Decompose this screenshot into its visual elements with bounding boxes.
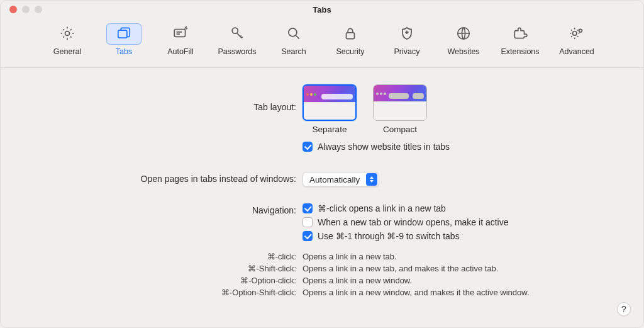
checkbox-make-active[interactable]: When a new tab or window opens, make it …: [303, 217, 618, 227]
tab-layout-compact-label: Compact: [383, 125, 417, 134]
autofill-icon: [172, 25, 189, 43]
zoom-window-button[interactable]: [35, 6, 42, 13]
checkbox-use-cmd-numbers[interactable]: Use ⌘-1 through ⌘-9 to switch tabs: [303, 231, 618, 241]
key-icon: [229, 25, 245, 43]
checkbox-label: Use ⌘-1 through ⌘-9 to switch tabs: [318, 231, 460, 241]
select-stepper-icon: [366, 173, 377, 186]
window-controls: [9, 6, 42, 13]
checkbox-icon: [303, 231, 313, 241]
tab-layout-separate[interactable]: [303, 84, 357, 121]
close-window-button[interactable]: [9, 6, 17, 13]
shortcut-hints: ⌘-click:Opens a link in a new tab. ⌘-Shi…: [26, 251, 618, 298]
svg-point-3: [232, 28, 238, 33]
toolbar-item-passwords[interactable]: Passwords: [213, 21, 261, 60]
toolbar-item-search[interactable]: Search: [270, 21, 318, 60]
toolbar-label: General: [53, 47, 81, 56]
toolbar-label: Passwords: [218, 47, 256, 56]
svg-rect-5: [347, 32, 355, 38]
help-icon: ?: [621, 304, 626, 314]
toolbar-item-autofill[interactable]: AutoFill: [157, 21, 204, 60]
preferences-toolbar: General Tabs AutoFill Passwords Search S…: [1, 18, 643, 68]
tabs-icon: [116, 25, 132, 43]
svg-point-0: [65, 31, 70, 35]
toolbar-item-security[interactable]: Security: [326, 21, 374, 60]
hint-desc: Opens a link in a new tab, and makes it …: [303, 263, 618, 275]
label-navigation: Navigation:: [26, 203, 303, 215]
tab-layout-compact[interactable]: [373, 84, 427, 121]
toolbar-label: Advanced: [559, 47, 594, 56]
hint-key: ⌘-click:: [26, 251, 303, 263]
toolbar-label: Websites: [447, 47, 479, 56]
gear-icon: [59, 25, 75, 43]
label-tab-layout: Tab layout:: [26, 84, 303, 112]
checkbox-icon: [303, 217, 313, 227]
toolbar-item-general[interactable]: General: [43, 21, 91, 60]
toolbar-label: Extensions: [501, 47, 539, 56]
toolbar-label: AutoFill: [167, 47, 194, 56]
checkbox-cmd-click[interactable]: ⌘-click opens a link in a new tab: [303, 203, 618, 213]
tab-layout-separate-label: Separate: [313, 125, 347, 134]
toolbar-label: Tabs: [116, 47, 132, 56]
extensions-icon: [512, 25, 528, 43]
svg-rect-2: [174, 29, 185, 37]
row-tab-layout: Tab layout: Separate Compact: [26, 84, 618, 156]
row-navigation: Navigation: ⌘-click opens a link in a ne…: [26, 203, 618, 245]
hint-key: ⌘-Option-click:: [26, 275, 303, 287]
label-open-pages: Open pages in tabs instead of windows:: [26, 172, 303, 184]
row-open-pages: Open pages in tabs instead of windows: A…: [26, 172, 618, 187]
search-icon: [286, 25, 302, 43]
content-area: Tab layout: Separate Compact: [1, 68, 643, 298]
privacy-icon: [399, 25, 415, 43]
svg-point-7: [573, 31, 577, 35]
hint-desc: Opens a link in a new window.: [303, 275, 618, 287]
checkbox-icon: [303, 142, 313, 152]
toolbar-item-privacy[interactable]: Privacy: [383, 21, 431, 60]
minimize-window-button[interactable]: [22, 6, 30, 13]
svg-rect-1: [118, 30, 127, 38]
titlebar: Tabs: [1, 1, 643, 18]
svg-point-8: [579, 29, 582, 32]
checkbox-label: ⌘-click opens a link in a new tab: [318, 203, 446, 213]
toolbar-item-websites[interactable]: Websites: [440, 21, 487, 60]
hint-key: ⌘-Shift-click:: [26, 263, 303, 275]
toolbar-item-extensions[interactable]: Extensions: [496, 21, 544, 60]
select-value: Automatically: [309, 175, 366, 184]
help-button[interactable]: ?: [617, 302, 631, 316]
toolbar-label: Search: [281, 47, 306, 56]
gears-icon: [569, 25, 585, 43]
open-pages-select[interactable]: Automatically: [303, 172, 379, 187]
svg-point-4: [289, 28, 297, 36]
checkbox-icon: [303, 203, 313, 213]
checkbox-always-show-titles[interactable]: Always show website titles in tabs: [303, 142, 618, 152]
globe-icon: [455, 25, 472, 43]
window-title: Tabs: [313, 5, 331, 14]
hint-desc: Opens a link in a new tab.: [303, 251, 618, 263]
lock-icon: [342, 25, 358, 43]
hint-key: ⌘-Option-Shift-click:: [26, 287, 303, 299]
checkbox-label: When a new tab or window opens, make it …: [318, 217, 509, 227]
checkbox-label: Always show website titles in tabs: [318, 142, 450, 152]
toolbar-item-advanced[interactable]: Advanced: [553, 21, 601, 60]
toolbar-item-tabs[interactable]: Tabs: [100, 21, 148, 60]
hint-desc: Opens a link in a new window, and makes …: [303, 287, 618, 299]
toolbar-label: Security: [336, 47, 364, 56]
toolbar-label: Privacy: [394, 47, 420, 56]
